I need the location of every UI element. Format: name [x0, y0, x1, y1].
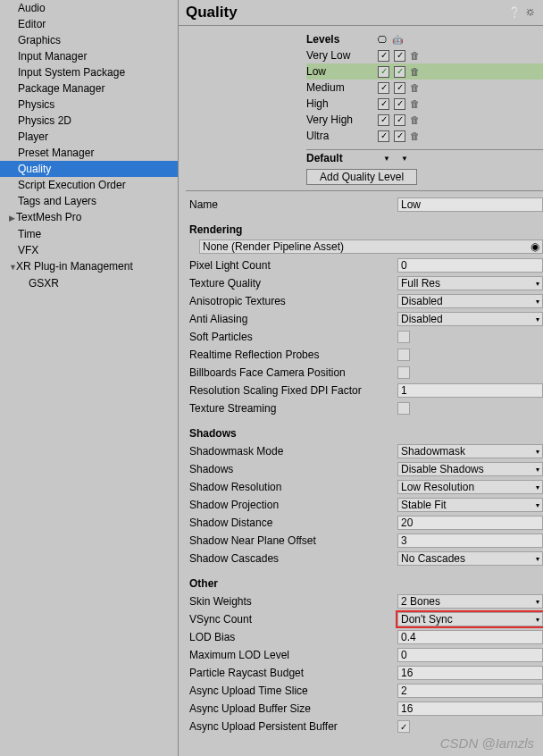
shadow-proj-select[interactable]: Stable Fit▾: [397, 498, 543, 512]
quality-levels-table: Levels 🖵 🤖 Very Low ✓✓🗑 Low ✓✓🗑 Medium: [306, 31, 543, 144]
texture-quality-select[interactable]: Full Res▾: [397, 276, 543, 290]
anisotropic-select[interactable]: Disabled▾: [397, 294, 543, 308]
reflection-probes-checkbox[interactable]: [397, 349, 410, 361]
name-input[interactable]: [397, 197, 543, 212]
platform-checkbox[interactable]: ✓: [394, 130, 405, 142]
level-label: Very High: [306, 113, 378, 126]
object-picker-icon[interactable]: ◉: [530, 240, 539, 253]
platform-checkbox[interactable]: ✓: [394, 66, 405, 78]
sidebar-item-label: XR Plug-in Management: [16, 260, 133, 273]
upload-time-input[interactable]: [397, 684, 543, 698]
sidebar-item-physics[interactable]: Physics: [0, 97, 178, 113]
sidebar-item-graphics[interactable]: Graphics: [0, 32, 178, 48]
rpa-value: None (Render Pipeline Asset): [203, 240, 344, 253]
level-row-low[interactable]: Low ✓✓🗑: [306, 63, 543, 80]
level-row-very-high[interactable]: Very High ✓✓🗑: [306, 112, 543, 128]
sidebar-item-player[interactable]: Player: [0, 129, 178, 145]
dropdown-icon: ▾: [536, 483, 539, 491]
select-value: Disable Shadows: [401, 463, 484, 475]
sidebar-item-editor[interactable]: Editor: [0, 16, 178, 32]
platform-checkbox[interactable]: ✓: [378, 66, 389, 78]
add-quality-level-button[interactable]: Add Quality Level: [306, 169, 417, 185]
default-quality-row: Default ▼ ▼: [306, 149, 543, 164]
tex-streaming-checkbox[interactable]: [397, 402, 410, 415]
platform-checkbox[interactable]: ✓: [394, 82, 405, 94]
sidebar-item-package-manager[interactable]: Package Manager: [0, 80, 178, 97]
trash-icon[interactable]: 🗑: [410, 82, 420, 93]
aa-select[interactable]: Disabled▾: [397, 312, 543, 326]
level-row-ultra[interactable]: Ultra ✓✓🗑: [306, 128, 543, 144]
res-scaling-label: Resolution Scaling Fixed DPI Factor: [186, 384, 397, 397]
res-scaling-input[interactable]: [397, 383, 543, 398]
sidebar-item-quality[interactable]: Quality: [0, 161, 178, 177]
shadows-label: Shadows: [186, 463, 397, 475]
trash-icon[interactable]: 🗑: [410, 130, 420, 141]
trash-icon[interactable]: 🗑: [410, 98, 420, 109]
select-value: 2 Bones: [401, 595, 440, 608]
shadow-cascades-select[interactable]: No Cascades▾: [397, 551, 543, 566]
platform-checkbox[interactable]: ✓: [394, 98, 405, 110]
level-row-high[interactable]: High ✓✓🗑: [306, 96, 543, 112]
trash-icon[interactable]: 🗑: [410, 66, 420, 77]
select-value: Shadowmask: [401, 445, 465, 458]
aa-label: Anti Aliasing: [186, 313, 397, 325]
max-lod-input[interactable]: [397, 648, 543, 662]
platform-checkbox[interactable]: ✓: [394, 114, 405, 126]
shadow-dist-input[interactable]: [397, 516, 543, 530]
upload-persistent-label: Async Upload Persistent Buffer: [186, 720, 397, 733]
sidebar-item-tags-layers[interactable]: Tags and Layers: [0, 193, 178, 209]
select-value: Disabled: [401, 313, 443, 325]
sidebar-item-textmesh[interactable]: ▶TextMesh Pro: [0, 209, 178, 226]
sidebar-item-input-system[interactable]: Input System Package: [0, 64, 178, 80]
panel-header: Quality ❔ ⛭: [179, 0, 543, 26]
shadowmask-select[interactable]: Shadowmask▾: [397, 444, 543, 458]
platform-checkbox[interactable]: ✓: [378, 50, 389, 62]
sidebar-item-preset-manager[interactable]: Preset Manager: [0, 145, 178, 161]
pixel-light-input[interactable]: [397, 258, 543, 273]
sidebar-item-gsxr[interactable]: GSXR: [0, 275, 178, 291]
sidebar-item-audio[interactable]: Audio: [0, 0, 178, 16]
help-icon[interactable]: ❔: [508, 6, 522, 19]
reflection-probes-label: Realtime Reflection Probes: [186, 349, 397, 361]
render-pipeline-asset-select[interactable]: None (Render Pipeline Asset)◉: [199, 239, 543, 254]
trash-icon[interactable]: 🗑: [410, 50, 420, 61]
level-row-medium[interactable]: Medium ✓✓🗑: [306, 80, 543, 96]
shadow-res-select[interactable]: Low Resolution▾: [397, 480, 543, 494]
shadows-header: Shadows: [189, 427, 543, 440]
raycast-budget-input[interactable]: [397, 666, 543, 680]
lod-bias-input[interactable]: [397, 630, 543, 644]
platform-checkbox[interactable]: ✓: [378, 114, 389, 126]
platform-checkbox[interactable]: ✓: [378, 82, 389, 94]
upload-persistent-checkbox[interactable]: ✓: [397, 720, 410, 733]
desktop-platform-icon[interactable]: 🖵: [378, 35, 387, 45]
platform-checkbox[interactable]: ✓: [394, 50, 405, 62]
platform-checkbox[interactable]: ✓: [378, 130, 389, 142]
soft-particles-checkbox[interactable]: [397, 331, 410, 343]
shadows-select[interactable]: Disable Shadows▾: [397, 462, 543, 476]
default-dropdown-desktop[interactable]: ▼: [383, 155, 390, 163]
shadow-near-label: Shadow Near Plane Offset: [186, 534, 397, 547]
sidebar-item-xr[interactable]: ▼XR Plug-in Management: [0, 258, 178, 275]
dropdown-icon: ▾: [536, 466, 539, 474]
level-label: Very Low: [306, 49, 378, 62]
sidebar-item-time[interactable]: Time: [0, 226, 178, 242]
sidebar-item-physics-2d[interactable]: Physics 2D: [0, 113, 178, 129]
vsync-label: VSync Count: [186, 613, 397, 626]
sidebar-item-script-exec[interactable]: Script Execution Order: [0, 177, 178, 193]
vsync-select[interactable]: Don't Sync▾: [397, 612, 543, 626]
sidebar-item-input-manager[interactable]: Input Manager: [0, 48, 178, 64]
shadow-near-input[interactable]: [397, 533, 543, 548]
page-title: Quality: [186, 4, 508, 21]
level-row-very-low[interactable]: Very Low ✓✓🗑: [306, 47, 543, 63]
billboards-checkbox[interactable]: [397, 366, 410, 379]
settings-icon[interactable]: ⛭: [525, 6, 536, 19]
upload-buffer-label: Async Upload Buffer Size: [186, 702, 397, 715]
mobile-platform-icon[interactable]: 🤖: [392, 35, 403, 45]
skin-weights-select[interactable]: 2 Bones▾: [397, 594, 543, 609]
upload-buffer-input[interactable]: [397, 701, 543, 716]
default-dropdown-mobile[interactable]: ▼: [401, 155, 408, 163]
trash-icon[interactable]: 🗑: [410, 114, 420, 125]
platform-checkbox[interactable]: ✓: [378, 98, 389, 110]
dropdown-icon: ▾: [536, 501, 539, 509]
sidebar-item-vfx[interactable]: VFX: [0, 242, 178, 258]
